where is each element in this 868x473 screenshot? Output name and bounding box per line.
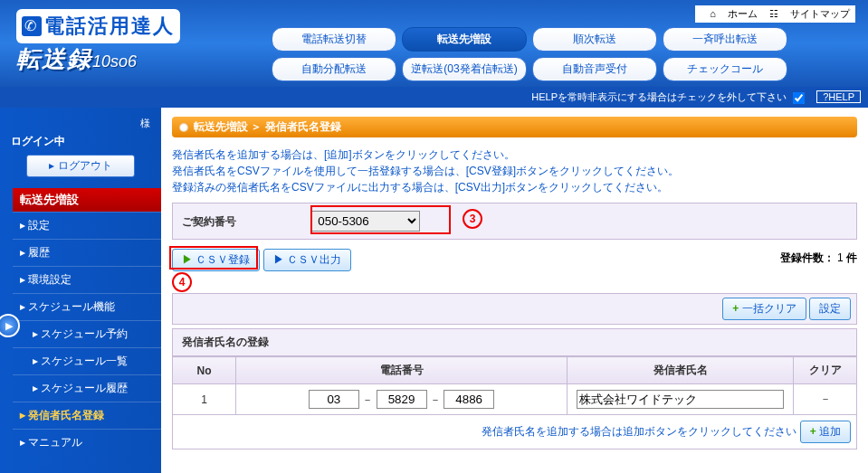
col-clear: クリア xyxy=(794,357,857,384)
annotation-circle-4: 4 xyxy=(172,272,192,292)
logo-line1: 電話活用達人 xyxy=(44,14,175,37)
contract-box: ご契約番号 050-5306 3 xyxy=(172,203,857,240)
cell-clear: － xyxy=(794,384,857,415)
login-status: ログイン中 xyxy=(0,132,161,155)
col-no: No xyxy=(173,357,236,384)
cell-phone: － － xyxy=(236,384,568,415)
sidebar-item[interactable]: 発信者氏名登録 xyxy=(13,402,161,429)
action-button-row: 一括クリア 設定 xyxy=(172,293,857,325)
top-links: ⌂ ホーム ☷ サイトマップ xyxy=(695,5,855,23)
phone-icon xyxy=(22,16,42,36)
logo: 電話活用達人 転送録10so6 xyxy=(16,9,215,81)
user-suffix: 様 xyxy=(0,117,161,132)
home-link[interactable]: ⌂ ホーム xyxy=(710,8,758,19)
csv-export-button[interactable]: ＣＳＶ出力 xyxy=(263,249,351,271)
sidebar-list: 設定履歴環境設定スケジュール機能スケジュール予約スケジュール一覧スケジュール履歴… xyxy=(13,212,161,456)
sidebar-item[interactable]: スケジュール機能 xyxy=(13,293,161,320)
nav-pill[interactable]: 逆転送(03発着信転送) xyxy=(402,57,527,81)
cell-name xyxy=(568,384,794,415)
csv-button-row: ＣＳＶ登録 ＣＳＶ出力 登録件数： 1 件 4 xyxy=(172,249,857,271)
nav-pills: 電話転送切替転送先増設順次転送一斉呼出転送 自動分配転送逆転送(03発着信転送)… xyxy=(272,27,787,87)
sidebar-section-header: 転送先増設 xyxy=(13,188,161,212)
annotation-circle-3: 3 xyxy=(463,209,482,229)
logout-button[interactable]: ▸ ログアウト xyxy=(26,155,135,177)
col-name: 発信者氏名 xyxy=(568,357,794,384)
breadcrumb: 転送先増設 ＞ 発信者氏名登録 xyxy=(172,117,857,137)
info-text: 発信者氏名を追加する場合は、[追加]ボタンをクリックしてください。 発信者氏名を… xyxy=(172,147,857,195)
sidebar-item[interactable]: 環境設定 xyxy=(13,266,161,293)
app-header: ⌂ ホーム ☷ サイトマップ 電話活用達人 転送録10so6 電話転送切替転送先… xyxy=(0,0,868,87)
table-row: 1 － － － xyxy=(173,384,857,415)
help-text: HELPを常時非表示にする場合はチェックを外して下さい xyxy=(531,91,787,102)
logo-line2: 転送録 xyxy=(16,45,92,72)
csv-register-button[interactable]: ＣＳＶ登録 xyxy=(172,249,260,271)
sidebar-item[interactable]: スケジュール一覧 xyxy=(13,347,161,374)
logo-small: 10so6 xyxy=(92,52,137,71)
sidebar-item[interactable]: スケジュール予約 xyxy=(13,320,161,347)
nav-pill[interactable]: 転送先増設 xyxy=(402,27,527,52)
sidebar-item[interactable]: スケジュール履歴 xyxy=(13,374,161,402)
sidebar-item[interactable]: マニュアル xyxy=(13,429,161,456)
col-phone: 電話番号 xyxy=(236,357,568,384)
help-checkbox[interactable] xyxy=(793,92,805,104)
help-bar: HELPを常時非表示にする場合はチェックを外して下さい ?HELP xyxy=(0,87,868,108)
sitemap-link[interactable]: ☷ サイトマップ xyxy=(769,8,850,19)
phone-part-input[interactable] xyxy=(377,390,427,409)
add-button[interactable]: 追加 xyxy=(800,421,851,443)
nav-pill[interactable]: チェックコール xyxy=(663,57,787,81)
sidebar: 様 ログイン中 ▸ ログアウト 転送先増設 設定履歴環境設定スケジュール機能スケ… xyxy=(0,108,161,473)
sidebar-item[interactable]: 設定 xyxy=(13,212,161,239)
phone-part-input[interactable] xyxy=(444,390,494,409)
table-section-title: 発信者氏名の登録 xyxy=(172,328,857,356)
content-area: 転送先増設 ＞ 発信者氏名登録 発信者氏名を追加する場合は、[追加]ボタンをクリ… xyxy=(161,108,868,473)
add-row: 発信者氏名を追加する場合は追加ボタンをクリックしてください 追加 xyxy=(172,415,857,449)
nav-pill[interactable]: 一斉呼出転送 xyxy=(663,27,787,52)
nav-pill[interactable]: 自動分配転送 xyxy=(272,57,396,81)
nav-pill[interactable]: 自動音声受付 xyxy=(532,57,657,81)
contract-select[interactable]: 050-5306 xyxy=(311,211,420,232)
add-hint: 発信者氏名を追加する場合は追加ボタンをクリックしてください xyxy=(482,425,796,438)
help-button[interactable]: ?HELP xyxy=(816,90,861,103)
phone-part-input[interactable] xyxy=(309,390,359,409)
record-count: 登録件数： 1 件 xyxy=(780,251,857,266)
contract-label: ご契約番号 xyxy=(182,214,309,230)
cell-no: 1 xyxy=(173,384,236,415)
settings-button[interactable]: 設定 xyxy=(809,298,851,320)
caller-name-input[interactable] xyxy=(577,390,784,409)
bulk-clear-button[interactable]: 一括クリア xyxy=(722,298,806,320)
caller-table: No 電話番号 発信者氏名 クリア 1 － － － xyxy=(172,356,857,415)
nav-pill[interactable]: 電話転送切替 xyxy=(272,27,396,52)
sidebar-item[interactable]: 履歴 xyxy=(13,239,161,266)
nav-pill[interactable]: 順次転送 xyxy=(532,27,657,52)
